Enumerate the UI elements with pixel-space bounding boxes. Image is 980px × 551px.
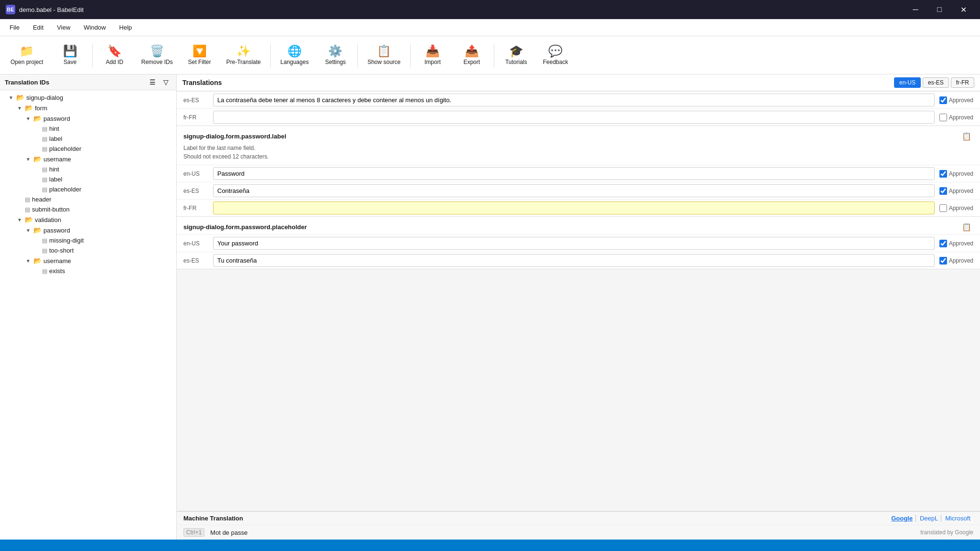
- translation-row-es-es-0: es-ES Approved: [177, 91, 980, 108]
- feedback-button[interactable]: 💬 Feedback: [536, 42, 575, 68]
- mt-shortcut: Ctrl+1: [183, 528, 204, 537]
- menu-view[interactable]: View: [51, 22, 76, 33]
- approved-checkbox-es-es-1[interactable]: [939, 187, 947, 195]
- tree-item-username-label[interactable]: ▤ label: [0, 174, 176, 184]
- folder-icon: 📂: [33, 226, 42, 234]
- add-id-button[interactable]: 🔖 Add ID: [96, 42, 134, 68]
- tree-item-username[interactable]: ▼ 📂 username: [0, 154, 176, 164]
- folder-icon: 📂: [25, 104, 33, 112]
- file-icon: ▤: [42, 237, 47, 244]
- settings-button[interactable]: ⚙️ Settings: [316, 42, 354, 68]
- translation-input-es-es-0[interactable]: [213, 94, 935, 106]
- approved-wrapper: Approved: [939, 187, 973, 195]
- approved-checkbox-en-us-1[interactable]: [939, 170, 947, 178]
- pre-translate-button[interactable]: ✨ Pre-Translate: [220, 42, 267, 68]
- translation-input-fr-fr-1[interactable]: [213, 201, 935, 214]
- translation-input-fr-fr-0[interactable]: [213, 111, 935, 124]
- import-label: Import: [425, 59, 441, 65]
- folder-icon: 📂: [25, 216, 33, 223]
- minimize-button[interactable]: ─: [905, 2, 927, 17]
- approved-checkbox-es-es-0[interactable]: [939, 96, 947, 104]
- save-icon: 💾: [63, 45, 77, 57]
- languages-button[interactable]: 🌐 Languages: [274, 42, 315, 68]
- tree-label: signup-dialog: [26, 94, 63, 101]
- approved-label: Approved: [949, 170, 973, 177]
- approved-checkbox-fr-fr-0[interactable]: [939, 114, 947, 121]
- lang-tab-es-es[interactable]: es-ES: [923, 77, 949, 88]
- set-filter-button[interactable]: 🔽 Set Filter: [181, 42, 219, 68]
- translation-row-fr-fr-0: fr-FR Approved: [177, 108, 980, 126]
- tree-item-validation[interactable]: ▼ 📂 validation: [0, 214, 176, 225]
- export-label: Export: [463, 59, 480, 65]
- tree-item-password-hint[interactable]: ▤ hint: [0, 124, 176, 134]
- lang-tab-fr-fr[interactable]: fr-FR: [951, 77, 974, 88]
- tree-item-val-password[interactable]: ▼ 📂 password: [0, 225, 176, 235]
- approved-label: Approved: [949, 188, 973, 194]
- tree-item-too-short[interactable]: ▤ too-short: [0, 245, 176, 255]
- copy-key-button-2[interactable]: 📋: [960, 222, 973, 233]
- mt-suggestion-text: Mot de passe: [210, 529, 915, 536]
- languages-icon: 🌐: [288, 45, 302, 57]
- folder-icon: 📂: [16, 94, 24, 101]
- tutorials-button[interactable]: 🎓 Tutorials: [497, 42, 535, 68]
- lang-tab-en-us[interactable]: en-US: [894, 77, 921, 88]
- menu-help[interactable]: Help: [114, 22, 138, 33]
- tree-item-header[interactable]: ▤ header: [0, 194, 176, 204]
- mt-service-deepl[interactable]: DeepL: [917, 515, 941, 522]
- add-id-icon: 🔖: [107, 45, 122, 57]
- tree-item-submit-button[interactable]: ▤ submit-button: [0, 204, 176, 214]
- mt-service-google[interactable]: Google: [888, 515, 916, 522]
- translation-input-en-us-1[interactable]: [213, 167, 935, 180]
- menu-window[interactable]: Window: [78, 22, 111, 33]
- approved-wrapper: Approved: [939, 114, 973, 121]
- remove-ids-button[interactable]: 🗑️ Remove IDs: [135, 42, 180, 68]
- approved-checkbox-fr-fr-1[interactable]: [939, 204, 947, 212]
- show-source-button[interactable]: 📋 Show source: [361, 42, 407, 68]
- close-button[interactable]: ✕: [952, 2, 974, 17]
- sidebar-list-view-button[interactable]: ☰: [147, 77, 159, 87]
- menu-file[interactable]: File: [4, 22, 25, 33]
- maximize-button[interactable]: □: [928, 2, 950, 17]
- toolbar-separator-1: [92, 43, 93, 67]
- pre-translate-icon: ✨: [236, 45, 251, 57]
- tree-label: validation: [35, 216, 61, 223]
- tree-item-password-label[interactable]: ▤ label: [0, 134, 176, 144]
- sidebar-filter-button[interactable]: ▽: [160, 77, 171, 87]
- copy-key-button-1[interactable]: 📋: [960, 131, 973, 142]
- translation-input-en-us-2[interactable]: [213, 237, 935, 250]
- mt-header-row: Machine Translation Google DeepL Microso…: [177, 512, 980, 525]
- mt-service-microsoft[interactable]: Microsoft: [942, 515, 973, 522]
- content-header: Translations en-US es-ES fr-FR: [177, 74, 980, 91]
- tree-item-val-username[interactable]: ▼ 📂 username: [0, 255, 176, 266]
- import-button[interactable]: 📥 Import: [414, 42, 452, 68]
- tree-label: label: [49, 135, 62, 142]
- approved-label: Approved: [949, 205, 973, 212]
- approved-checkbox-es-es-2[interactable]: [939, 257, 947, 265]
- translation-input-es-es-1[interactable]: [213, 184, 935, 197]
- tree-item-missing-digit[interactable]: ▤ missing-digit: [0, 235, 176, 245]
- tree-label: placeholder: [49, 145, 81, 152]
- export-button[interactable]: 📤 Export: [453, 42, 491, 68]
- tree-item-password-placeholder[interactable]: ▤ placeholder: [0, 144, 176, 154]
- folder-icon: 📂: [33, 257, 42, 265]
- tree-container: ▼ 📂 signup-dialog ▼ 📂 form ▼ 📂 password: [0, 90, 176, 540]
- open-project-button[interactable]: 📁 Open project: [4, 42, 50, 68]
- tree-item-username-hint[interactable]: ▤ hint: [0, 164, 176, 174]
- file-icon: ▤: [25, 206, 30, 213]
- toolbar-separator-5: [494, 43, 494, 67]
- tree-item-form[interactable]: ▼ 📂 form: [0, 103, 176, 113]
- tree-item-signup-dialog[interactable]: ▼ 📂 signup-dialog: [0, 92, 176, 103]
- translation-input-es-es-2[interactable]: [213, 254, 935, 267]
- tree-item-password[interactable]: ▼ 📂 password: [0, 113, 176, 124]
- save-button[interactable]: 💾 Save: [51, 42, 89, 68]
- tree-item-exists[interactable]: ▤ exists: [0, 266, 176, 276]
- tree-label: submit-button: [32, 206, 70, 213]
- menu-edit[interactable]: Edit: [27, 22, 49, 33]
- lang-label: es-ES: [183, 97, 208, 104]
- window-controls: ─ □ ✕: [905, 2, 974, 17]
- settings-icon: ⚙️: [328, 45, 342, 57]
- approved-wrapper: Approved: [939, 257, 973, 265]
- approved-checkbox-en-us-2[interactable]: [939, 240, 947, 247]
- mt-suggestion: Ctrl+1 Mot de passe translated by Google: [177, 525, 980, 540]
- tree-item-username-placeholder[interactable]: ▤ placeholder: [0, 184, 176, 194]
